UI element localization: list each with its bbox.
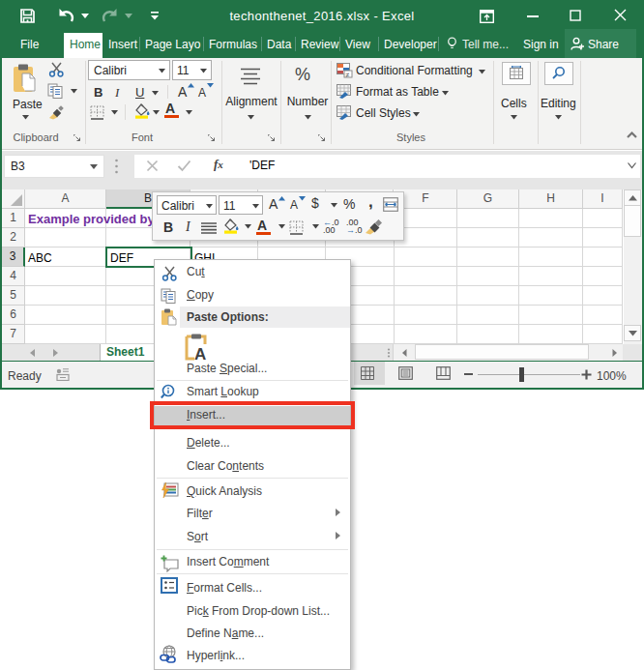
svg-text:≠: ≠ — [346, 72, 350, 78]
